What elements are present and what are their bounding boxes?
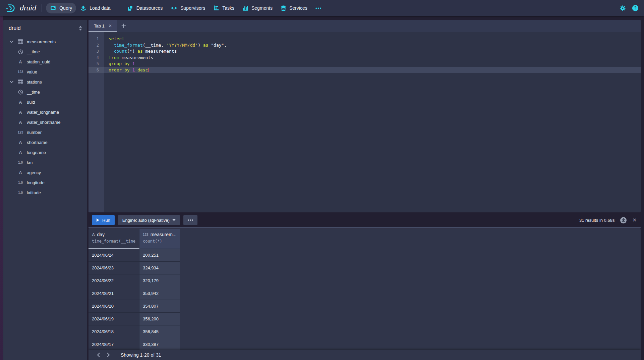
more-icon (188, 219, 193, 221)
tree-column-water_shortname[interactable]: Awater_shortname (3, 117, 87, 127)
table-cell[interactable]: 330,387 (139, 338, 180, 351)
query-icon (50, 5, 56, 11)
query-panel: Tab 1 ✕ 1select2 time_format(__time, 'YY… (89, 20, 641, 212)
close-results-icon[interactable]: ✕ (632, 217, 637, 223)
engine-select[interactable]: Engine: auto (sql-native) (118, 215, 180, 225)
nav-item-label: Load data (90, 5, 110, 11)
table-cell[interactable]: 2024/06/24 (89, 249, 139, 262)
new-tab-button[interactable] (121, 23, 126, 28)
nav-item-segments[interactable]: Segments (238, 3, 277, 13)
tree-column-label: longname (27, 150, 46, 155)
column-header-measurem[interactable]: 123measurem...count(*) (139, 229, 180, 249)
table-cell[interactable]: 320,179 (139, 274, 180, 287)
tree-column-km[interactable]: 1.0km (3, 157, 87, 167)
pagination-bar: Showing 1-20 of 31 (89, 350, 641, 360)
clock-icon (18, 49, 23, 54)
table-cell[interactable]: 353,942 (139, 287, 180, 300)
tree-column-agency[interactable]: Aagency (3, 167, 87, 177)
nav-item-datasources[interactable]: Datasources (123, 3, 167, 14)
tree-column-latitude[interactable]: 1.0latitude (3, 188, 87, 198)
druid-logo[interactable]: druid (5, 4, 36, 13)
tree-column-number[interactable]: 123number (3, 127, 87, 137)
nav-item-more[interactable] (311, 5, 325, 11)
more-icon (315, 7, 321, 9)
table-cell[interactable]: 2024/06/23 (89, 262, 139, 274)
panel-splitter[interactable] (89, 227, 641, 228)
tree-table-measurements[interactable]: measurements (3, 37, 87, 47)
string-type-icon: A (19, 150, 22, 155)
nav-items: QueryLoad dataDatasourcesSupervisorsTask… (38, 3, 325, 14)
eye-icon (171, 5, 177, 11)
tree-column-longname[interactable]: Alongname (3, 147, 87, 157)
tree-table-label: stations (27, 80, 42, 85)
tab-1[interactable]: Tab 1 ✕ (89, 20, 117, 32)
table-cell[interactable]: 2024/06/19 (89, 313, 139, 325)
download-icon[interactable] (620, 217, 627, 224)
chevron-down-icon[interactable] (9, 41, 14, 43)
table-cell[interactable]: 356,845 (139, 325, 180, 338)
run-bar: Run Engine: auto (sql-native) 31 results… (89, 215, 641, 225)
table-cell[interactable]: 2024/06/17 (89, 338, 139, 351)
query-more-button[interactable] (183, 215, 197, 225)
table-cell[interactable]: 200,251 (139, 249, 180, 262)
tree-column-__time[interactable]: __time (3, 47, 87, 57)
line-number: 5 (89, 61, 104, 67)
chevron-down-icon[interactable] (9, 81, 14, 83)
string-type-icon: A (19, 140, 22, 145)
tree-column-shortname[interactable]: Ashortname (3, 137, 87, 147)
table-cell[interactable]: 354,807 (139, 300, 180, 313)
schema-name[interactable]: druid (9, 25, 21, 31)
column-label: measurem... (151, 232, 176, 237)
sql-editor[interactable]: 1select2 time_format(__time, 'YYYY/MM/dd… (89, 32, 641, 212)
results-table: Adaytime_format(__time, …123measurem...c… (89, 229, 641, 351)
run-button[interactable]: Run (92, 215, 115, 225)
tree-column-value[interactable]: 123value (3, 67, 87, 77)
float-type-icon: 1.0 (17, 161, 24, 164)
table-icon (18, 39, 23, 44)
results-panel: Adaytime_format(__time, …123measurem...c… (89, 229, 641, 360)
table-cell[interactable]: 2024/06/20 (89, 300, 139, 313)
clock-icon (18, 90, 23, 95)
line-number: 2 (89, 42, 104, 49)
nav-divider (42, 4, 42, 12)
schema-tree: measurements__timeAstation_uuid123values… (3, 37, 87, 198)
tree-column-label: value (27, 69, 37, 74)
tree-column-station_uuid[interactable]: Astation_uuid (3, 57, 87, 67)
column-header-day[interactable]: Adaytime_format(__time, … (89, 229, 139, 249)
next-page-icon[interactable] (103, 353, 113, 357)
gear-icon[interactable] (620, 5, 626, 11)
table-cell[interactable]: 2024/06/22 (89, 274, 139, 287)
table-cell[interactable]: 356,200 (139, 313, 180, 325)
nav-item-label: Datasources (136, 5, 163, 11)
nav-item-query[interactable]: Query (46, 3, 76, 13)
tree-column-uuid[interactable]: Auuid (3, 97, 87, 107)
nav-item-label: Tasks (222, 5, 234, 11)
table-cell[interactable]: 2024/06/18 (89, 325, 139, 338)
number-type-icon: 123 (143, 233, 149, 237)
table-cell[interactable]: 2024/06/21 (89, 287, 139, 300)
engine-label: Engine: auto (sql-native) (122, 218, 170, 223)
nav-item-load-data[interactable]: Load data (76, 3, 114, 14)
database-icon (281, 5, 286, 11)
svg-text:?: ? (634, 6, 637, 10)
help-icon[interactable]: ? (632, 5, 639, 11)
nav-item-supervisors[interactable]: Supervisors (167, 3, 209, 13)
tree-table-label: measurements (27, 39, 56, 44)
tree-column-water_longname[interactable]: Awater_longname (3, 107, 87, 117)
tree-column-longitude[interactable]: 1.0longitude (3, 177, 87, 188)
prev-page-icon[interactable] (93, 353, 103, 357)
nav-item-tasks[interactable]: Tasks (209, 3, 238, 13)
string-type-icon: A (19, 59, 22, 64)
column-title: 123measurem... (143, 232, 176, 237)
float-type-icon: 1.0 (18, 181, 23, 185)
table-cell[interactable]: 324,934 (139, 262, 180, 274)
string-type-icon: A (17, 100, 24, 105)
tree-table-stations[interactable]: stations (3, 77, 87, 87)
tree-column-label: __time (27, 90, 40, 95)
tree-column-label: uuid (27, 100, 35, 105)
nav-item-services[interactable]: Services (277, 3, 311, 14)
double-caret-vertical-icon[interactable] (78, 25, 82, 31)
close-tab-icon[interactable]: ✕ (109, 23, 112, 28)
play-icon (96, 218, 100, 222)
tree-column-__time[interactable]: __time (3, 87, 87, 97)
